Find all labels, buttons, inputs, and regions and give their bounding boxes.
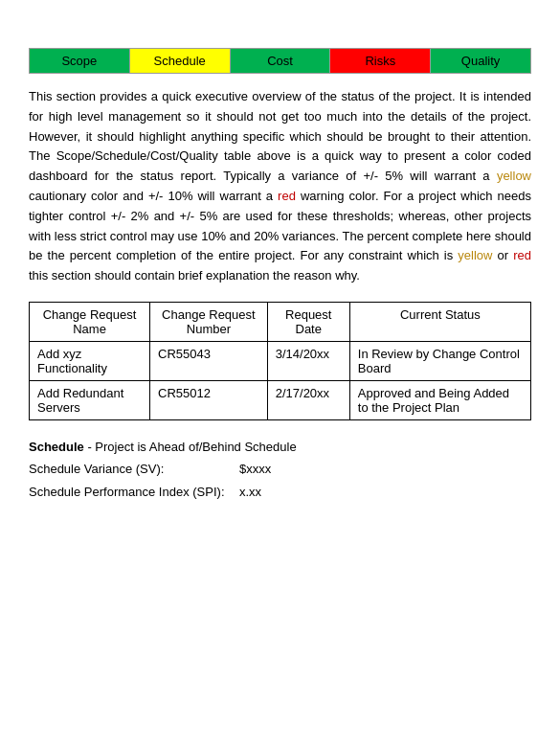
status-bar-item-risks: Risks: [330, 49, 431, 73]
schedule-row: Schedule Variance (SV): $xxxx: [29, 458, 531, 480]
table-header: Change Request Name: [30, 302, 150, 341]
schedule-row-label: Schedule Performance Index (SPI):: [29, 481, 239, 503]
table-cell-status: Approved and Being Added to the Project …: [349, 380, 530, 419]
table-cell-date: 2/17/20xx: [267, 380, 349, 419]
table-header: Request Date: [267, 302, 349, 341]
table-cell-name: Add Redundant Servers: [30, 380, 150, 419]
status-bar-item-scope: Scope: [30, 49, 130, 73]
table-header: Change Request Number: [150, 302, 268, 341]
status-bar: ScopeScheduleCostRisksQuality: [29, 48, 531, 74]
change-request-table: Change Request NameChange Request Number…: [29, 302, 531, 420]
schedule-row: Schedule Performance Index (SPI): x.xx: [29, 481, 531, 503]
schedule-title: Schedule - Project is Ahead of/Behind Sc…: [29, 436, 531, 458]
table-cell-number: CR55043: [150, 341, 268, 380]
status-bar-item-schedule: Schedule: [130, 49, 231, 73]
table-row: Add Redundant ServersCR550122/17/20xxApp…: [30, 380, 531, 419]
schedule-row-value: $xxxx: [239, 458, 271, 480]
schedule-label: Schedule: [29, 440, 84, 454]
status-bar-item-cost: Cost: [231, 49, 331, 73]
table-cell-status: In Review by Change Control Board: [349, 341, 530, 380]
description-text: This section provides a quick executive …: [29, 87, 531, 286]
schedule-row-value: x.xx: [239, 481, 261, 503]
table-cell-number: CR55012: [150, 380, 268, 419]
schedule-section: Schedule - Project is Ahead of/Behind Sc…: [29, 436, 531, 503]
status-bar-item-quality: Quality: [431, 49, 530, 73]
table-cell-name: Add xyz Functionality: [30, 341, 150, 380]
table-row: Add xyz FunctionalityCR550433/14/20xxIn …: [30, 341, 531, 380]
table-cell-date: 3/14/20xx: [267, 341, 349, 380]
schedule-row-label: Schedule Variance (SV):: [29, 458, 239, 480]
table-header: Current Status: [349, 302, 530, 341]
